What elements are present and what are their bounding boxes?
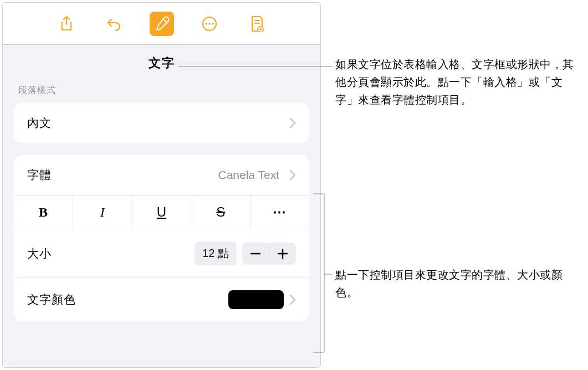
toolbar (3, 3, 320, 45)
chevron-right-icon (289, 294, 296, 305)
chevron-right-icon (289, 169, 296, 181)
undo-button[interactable] (102, 12, 126, 36)
size-stepper (242, 243, 296, 265)
size-row: 大小 12 點 (14, 229, 309, 278)
share-icon (59, 16, 74, 32)
chevron-right-icon (289, 117, 296, 129)
plus-icon (278, 249, 288, 259)
share-button[interactable] (54, 12, 79, 36)
tab-text[interactable]: 文字 (149, 56, 175, 70)
format-paint-icon (154, 16, 170, 32)
svg-point-2 (208, 23, 211, 25)
size-value-button[interactable]: 12 點 (195, 241, 237, 265)
paragraph-style-row[interactable]: 內文 (14, 103, 309, 143)
paragraph-style-caption: 段落樣式 (3, 77, 320, 100)
more-styles-button[interactable]: ⋯ (250, 196, 309, 229)
font-card: 字體 Canela Text B I U S ⋯ 大小 12 點 (14, 155, 309, 321)
font-value: Canela Text (218, 168, 279, 182)
svg-point-7 (259, 28, 262, 30)
svg-point-1 (205, 23, 207, 25)
text-style-buttons: B I U S ⋯ (14, 195, 309, 229)
font-label: 字體 (27, 167, 52, 183)
minus-icon (250, 253, 260, 255)
paragraph-style-card: 內文 (14, 103, 309, 143)
size-label: 大小 (27, 246, 52, 261)
format-button[interactable] (150, 12, 174, 36)
paragraph-style-value: 內文 (27, 115, 52, 131)
bold-button[interactable]: B (14, 196, 73, 229)
callout-tab-info: 如果文字位於表格輸入格、文字框或形狀中，其他分頁會顯示於此。點一下「輸入格」或「… (335, 55, 579, 109)
svg-point-3 (212, 23, 214, 25)
format-content: 文字 段落樣式 內文 字體 Canela Text (3, 45, 320, 367)
document-view-icon (250, 16, 264, 32)
color-swatch[interactable] (228, 290, 284, 309)
format-panel: 文字 段落樣式 內文 字體 Canela Text (2, 2, 321, 368)
more-icon (201, 16, 218, 32)
text-color-row[interactable]: 文字顏色 (14, 278, 309, 321)
size-decrease-button[interactable] (242, 243, 269, 265)
underline-button[interactable]: U (132, 196, 191, 229)
tab-header: 文字 (3, 45, 320, 77)
more-button[interactable] (197, 12, 222, 36)
font-row[interactable]: 字體 Canela Text (14, 155, 309, 195)
size-increase-button[interactable] (269, 243, 296, 265)
strikethrough-button[interactable]: S (191, 196, 250, 229)
callout-controls-info: 點一下控制項目來更改文字的字體、大小或顏色。 (335, 266, 574, 301)
text-color-label: 文字顏色 (27, 292, 76, 307)
document-view-button[interactable] (245, 12, 269, 36)
italic-button[interactable]: I (73, 196, 132, 229)
undo-icon (106, 16, 122, 32)
